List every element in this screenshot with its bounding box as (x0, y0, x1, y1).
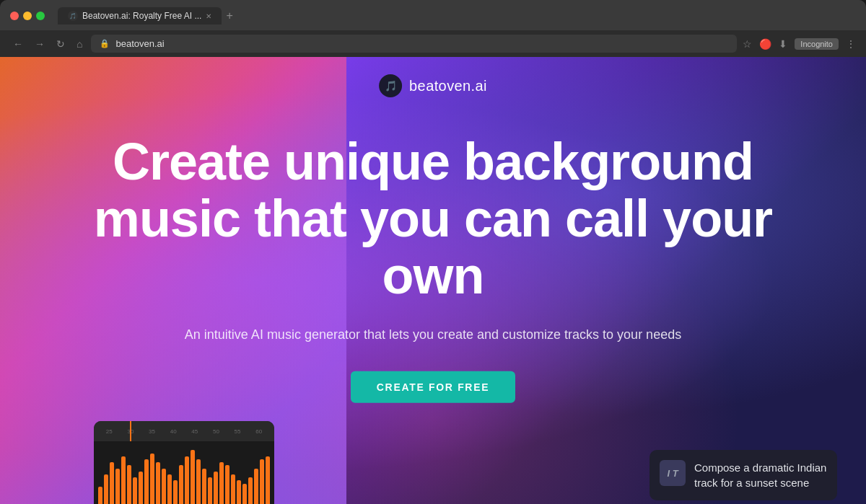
tick-3: 35 (142, 428, 162, 435)
menu-icon[interactable]: ⋮ (846, 38, 856, 50)
browser-chrome: 🎵 Beatoven.ai: Royalty Free AI ... ✕ + ←… (0, 0, 866, 57)
incognito-badge: Incognito (795, 38, 839, 50)
waveform-area (94, 441, 274, 504)
hero-title: Create unique background music that you … (43, 133, 823, 304)
waveform-bar-12 (167, 474, 172, 504)
waveform-bar-16 (191, 450, 195, 504)
prompt-text: Compose a dramatic Indian track for a su… (694, 460, 827, 490)
tab-favicon: 🎵 (68, 11, 78, 21)
logo-icon[interactable]: 🎵 (379, 74, 402, 97)
home-button[interactable]: ⌂ (74, 37, 85, 51)
close-button[interactable] (10, 12, 19, 20)
waveform-bar-17 (196, 459, 201, 504)
waveform-bar-5 (127, 465, 131, 504)
waveform-bar-21 (219, 462, 224, 504)
hero-subtitle: An intuitive AI music generator that let… (43, 324, 823, 345)
tick-8: 60 (249, 428, 268, 435)
waveform-bar-19 (208, 477, 212, 504)
address-bar[interactable]: 🔒 beatoven.ai (91, 35, 737, 53)
playhead (130, 421, 131, 441)
bottom-left-card: 25 30 35 40 45 50 55 60 (94, 421, 274, 504)
download-icon[interactable]: ⬇ (779, 38, 787, 50)
waveform-bar-26 (248, 477, 253, 504)
waveform-bar-24 (237, 480, 241, 504)
page-content: 🎵 beatoven.ai Create unique background m… (0, 57, 866, 504)
waveform-bar-0 (98, 487, 102, 504)
tab-title: Beatoven.ai: Royalty Free AI ... (82, 11, 201, 21)
waveform-bar-8 (144, 459, 149, 504)
waveform-bar-13 (173, 480, 178, 504)
prompt-icon: I T (660, 460, 686, 486)
maximize-button[interactable] (36, 12, 45, 20)
tick-6: 50 (206, 428, 226, 435)
traffic-lights (10, 12, 45, 20)
back-button[interactable]: ← (10, 37, 26, 51)
logo-favicon: 🎵 (385, 80, 397, 92)
waveform-bar-29 (266, 456, 270, 504)
waveform-bar-7 (139, 472, 143, 504)
waveform-bar-11 (162, 469, 166, 504)
bookmark-icon[interactable]: ☆ (743, 38, 752, 50)
lock-icon: 🔒 (100, 39, 110, 48)
waveform-bar-18 (202, 469, 206, 504)
tick-5: 45 (185, 428, 205, 435)
waveform-bar-14 (179, 465, 183, 504)
logo-text: beatoven.ai (409, 78, 487, 94)
tab-close-icon[interactable]: ✕ (206, 12, 211, 20)
bottom-right-card: I T Compose a dramatic Indian track for … (650, 450, 837, 500)
browser-titlebar: 🎵 Beatoven.ai: Royalty Free AI ... ✕ + (0, 0, 866, 30)
tick-4: 40 (164, 428, 183, 435)
waveform-bar-23 (231, 474, 235, 504)
timeline-bar: 25 30 35 40 45 50 55 60 (94, 421, 274, 441)
url-text: beatoven.ai (115, 38, 164, 49)
waveform-bar-6 (133, 477, 137, 504)
tick-1: 25 (100, 428, 119, 435)
cta-button[interactable]: CREATE FOR FREE (351, 371, 515, 403)
waveform-bar-1 (104, 474, 108, 504)
browser-toolbar: ← → ↻ ⌂ 🔒 beatoven.ai ☆ 🔴 ⬇ Incognito ⋮ (0, 30, 866, 57)
minimize-button[interactable] (23, 12, 32, 20)
new-tab-button[interactable]: + (222, 9, 237, 22)
waveform-bar-15 (185, 456, 189, 504)
forward-button[interactable]: → (32, 37, 48, 51)
tab-bar: 🎵 Beatoven.ai: Royalty Free AI ... ✕ + (58, 7, 856, 25)
toolbar-right: ☆ 🔴 ⬇ Incognito ⋮ (743, 38, 856, 50)
tick-7: 55 (228, 428, 248, 435)
waveform-bar-27 (254, 469, 258, 504)
waveform-bar-2 (110, 462, 114, 504)
active-tab[interactable]: 🎵 Beatoven.ai: Royalty Free AI ... ✕ (58, 7, 222, 25)
logo-area: 🎵 beatoven.ai (379, 74, 487, 97)
waveform-bar-3 (115, 469, 120, 504)
waveform-bar-22 (225, 465, 229, 504)
prompt-icon-text: I T (667, 468, 678, 479)
hero-section: Create unique background music that you … (43, 133, 823, 402)
waveform-bar-25 (242, 484, 247, 504)
refresh-button[interactable]: ↻ (53, 37, 68, 51)
waveform-bar-10 (156, 462, 160, 504)
waveform-bar-9 (150, 454, 154, 504)
waveform-bar-20 (214, 472, 218, 504)
extension-icon[interactable]: 🔴 (759, 38, 771, 50)
waveform-bar-4 (121, 456, 126, 504)
waveform-bar-28 (260, 459, 264, 504)
